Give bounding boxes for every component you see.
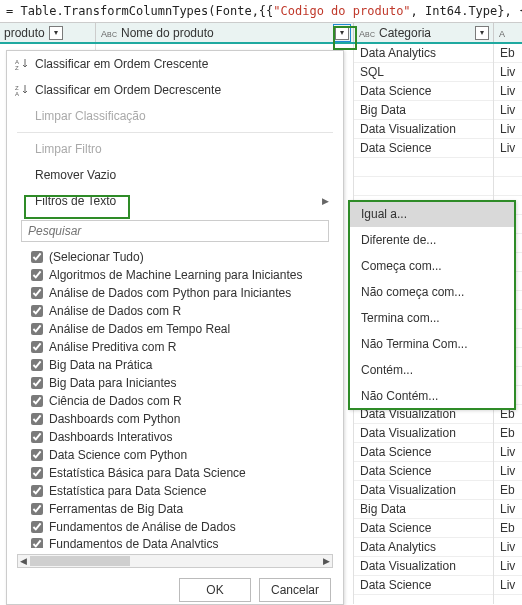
table-cell-right[interactable]: Liv — [494, 576, 522, 595]
text-filter-option[interactable]: Termina com... — [349, 305, 515, 331]
table-cell-categoria[interactable]: Data Analytics — [354, 44, 493, 63]
filter-dropdown-icon[interactable]: ▾ — [475, 26, 489, 40]
table-cell-categoria[interactable]: Data Visualization — [354, 120, 493, 139]
scroll-right-icon[interactable]: ▶ — [323, 556, 330, 566]
filter-value-row[interactable]: Análise de Dados com Python para Inician… — [15, 284, 335, 302]
sort-asc[interactable]: AZ Classificar em Ordem Crescente — [7, 51, 343, 77]
filter-value-row[interactable]: Análise Preditiva com R — [15, 338, 335, 356]
filter-value-checkbox[interactable] — [31, 251, 43, 263]
table-cell-categoria[interactable]: Data Visualization — [354, 557, 493, 576]
table-cell-right[interactable]: Liv — [494, 139, 522, 158]
filter-value-checkbox[interactable] — [31, 538, 43, 548]
filter-dropdown-icon[interactable]: ▾ — [49, 26, 63, 40]
cancel-button[interactable]: Cancelar — [259, 578, 331, 602]
text-filter-option[interactable]: Não Termina Com... — [349, 331, 515, 357]
search-input[interactable] — [21, 220, 329, 242]
text-filter-option[interactable]: Contém... — [349, 357, 515, 383]
text-filters[interactable]: Filtros de Texto ▶ — [7, 188, 343, 214]
text-filter-option[interactable]: Começa com... — [349, 253, 515, 279]
table-cell-right[interactable]: Eb — [494, 44, 522, 63]
filter-value-label: Ferramentas de Big Data — [49, 502, 183, 516]
table-cell-right[interactable]: Eb — [494, 519, 522, 538]
text-filter-option[interactable]: Diferente de... — [349, 227, 515, 253]
table-cell-right[interactable]: Liv — [494, 538, 522, 557]
filter-value-checkbox[interactable] — [31, 305, 43, 317]
table-cell-right[interactable] — [494, 177, 522, 196]
table-cell-right[interactable] — [494, 158, 522, 177]
filter-value-row[interactable]: Dashboards Interativos — [15, 428, 335, 446]
table-cell-categoria[interactable]: Data Visualization — [354, 424, 493, 443]
filter-value-checkbox[interactable] — [31, 323, 43, 335]
text-filter-option[interactable]: Não começa com... — [349, 279, 515, 305]
filter-value-row[interactable]: Data Science com Python — [15, 446, 335, 464]
filter-value-checkbox[interactable] — [31, 413, 43, 425]
filter-value-row[interactable]: Estatística Básica para Data Science — [15, 464, 335, 482]
table-cell-categoria[interactable]: Data Science — [354, 576, 493, 595]
table-cell-categoria[interactable]: Data Science — [354, 443, 493, 462]
text-filter-option[interactable]: Não Contém... — [349, 383, 515, 409]
table-cell-categoria[interactable]: Data Visualization — [354, 481, 493, 500]
filter-value-checkbox[interactable] — [31, 449, 43, 461]
table-cell-categoria[interactable]: Big Data — [354, 101, 493, 120]
table-cell-categoria[interactable]: SQL — [354, 63, 493, 82]
filter-value-row[interactable]: Dashboards com Python — [15, 410, 335, 428]
filter-value-checkbox[interactable] — [31, 287, 43, 299]
filter-value-checkbox[interactable] — [31, 521, 43, 533]
remove-empty[interactable]: Remover Vazio — [7, 162, 343, 188]
filter-value-row[interactable]: Ferramentas de Big Data — [15, 500, 335, 518]
table-cell-categoria[interactable]: Data Science — [354, 82, 493, 101]
table-cell-categoria[interactable]: Data Science — [354, 462, 493, 481]
table-cell-categoria[interactable]: Data Science — [354, 519, 493, 538]
table-cell-categoria[interactable]: Data Science — [354, 139, 493, 158]
table-cell-categoria[interactable] — [354, 158, 493, 177]
filter-value-checkbox[interactable] — [31, 431, 43, 443]
table-cell-categoria[interactable] — [354, 177, 493, 196]
table-cell-right[interactable]: Liv — [494, 443, 522, 462]
scroll-left-icon[interactable]: ◀ — [20, 556, 27, 566]
filter-value-row[interactable]: (Selecionar Tudo) — [15, 248, 335, 266]
sort-desc[interactable]: ZA Classificar em Ordem Decrescente — [7, 77, 343, 103]
horizontal-scrollbar[interactable]: ◀ ▶ — [17, 554, 333, 568]
filter-value-row[interactable]: Estatística para Data Science — [15, 482, 335, 500]
table-cell-right[interactable]: Liv — [494, 120, 522, 139]
table-cell-right[interactable]: Liv — [494, 462, 522, 481]
table-cell-categoria[interactable]: Big Data — [354, 500, 493, 519]
header-nome[interactable]: ABC Nome do produto ▾ — [96, 23, 354, 42]
scrollbar-thumb[interactable] — [30, 556, 130, 566]
table-cell-right[interactable]: Eb — [494, 424, 522, 443]
filter-value-label: Estatística Básica para Data Science — [49, 466, 246, 480]
table-cell-right[interactable]: Liv — [494, 101, 522, 120]
sort-asc-icon: AZ — [15, 57, 29, 71]
table-cell-right[interactable]: Liv — [494, 63, 522, 82]
ok-button[interactable]: OK — [179, 578, 251, 602]
table-cell-right[interactable]: Liv — [494, 82, 522, 101]
text-filter-option[interactable]: Igual a... — [349, 201, 515, 227]
filter-value-row[interactable]: Fundamentos de Data Analytics — [15, 536, 335, 548]
filter-value-checkbox[interactable] — [31, 467, 43, 479]
filter-value-row[interactable]: Big Data na Prática — [15, 356, 335, 374]
filter-value-row[interactable]: Big Data para Iniciantes — [15, 374, 335, 392]
remove-empty-label: Remover Vazio — [35, 168, 116, 182]
table-cell-right[interactable]: Eb — [494, 481, 522, 500]
filter-value-row[interactable]: Algoritmos de Machine Learning para Inic… — [15, 266, 335, 284]
filter-value-row[interactable]: Fundamentos de Análise de Dados — [15, 518, 335, 536]
header-produto[interactable]: produto ▾ — [0, 23, 96, 42]
filter-value-checkbox[interactable] — [31, 395, 43, 407]
filter-value-checkbox[interactable] — [31, 377, 43, 389]
filter-value-checkbox[interactable] — [31, 341, 43, 353]
filter-value-row[interactable]: Análise de Dados em Tempo Real — [15, 320, 335, 338]
filter-value-checkbox[interactable] — [31, 359, 43, 371]
table-cell-right[interactable]: Liv — [494, 557, 522, 576]
filter-value-checkbox[interactable] — [31, 269, 43, 281]
svg-text:C: C — [112, 31, 117, 38]
type-text-icon: ABC — [358, 25, 376, 41]
filter-value-row[interactable]: Ciência de Dados com R — [15, 392, 335, 410]
filter-value-checkbox[interactable] — [31, 503, 43, 515]
filter-value-row[interactable]: Análise de Dados com R — [15, 302, 335, 320]
table-cell-categoria[interactable]: Data Analytics — [354, 538, 493, 557]
table-cell-right[interactable]: Liv — [494, 500, 522, 519]
header-right[interactable]: A — [494, 23, 522, 42]
filter-value-checkbox[interactable] — [31, 485, 43, 497]
filter-dropdown-icon[interactable]: ▾ — [335, 26, 349, 40]
header-categoria[interactable]: ABC Categoria ▾ — [354, 23, 494, 42]
